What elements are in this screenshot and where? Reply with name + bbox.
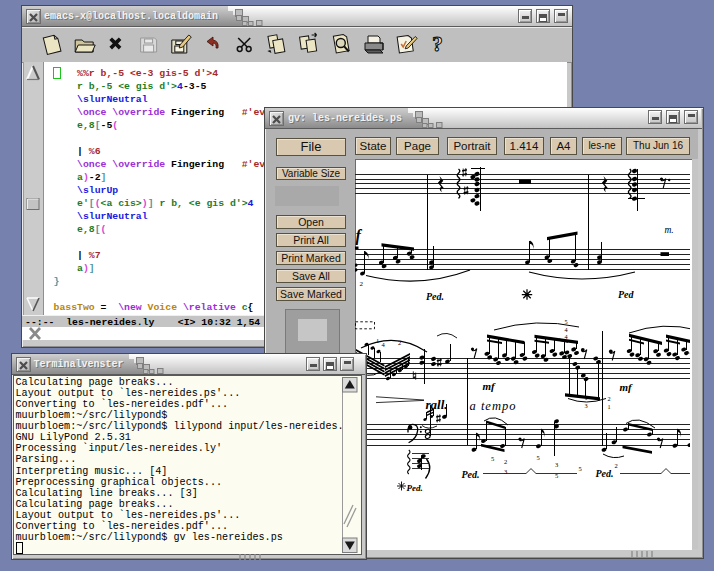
svg-text:Ped.: Ped. <box>596 468 614 479</box>
svg-text:f: f <box>356 227 363 245</box>
svg-text:1: 1 <box>585 394 588 401</box>
svg-text:mf: mf <box>483 380 497 392</box>
svg-text:4: 4 <box>565 326 568 333</box>
svg-text:Ped.: Ped. <box>426 291 444 302</box>
svg-text:a tempo: a tempo <box>470 399 517 413</box>
svg-text:?: ? <box>432 32 443 56</box>
svg-text:4: 4 <box>565 333 568 340</box>
svg-text:3: 3 <box>504 468 507 475</box>
svg-text:2: 2 <box>360 280 364 288</box>
svg-text:5: 5 <box>537 454 540 461</box>
svg-text:m.: m. <box>665 225 674 235</box>
svg-text:mf: mf <box>620 381 634 393</box>
svg-text:2: 2 <box>504 458 507 465</box>
svg-text:3: 3 <box>585 402 588 409</box>
svg-text:2: 2 <box>608 395 611 402</box>
svg-text:3: 3 <box>555 461 558 468</box>
svg-text:2: 2 <box>615 462 618 469</box>
svg-text:1: 1 <box>608 403 611 410</box>
svg-text:2: 2 <box>398 339 401 346</box>
svg-text:5: 5 <box>491 455 494 462</box>
svg-text:Ped: Ped <box>618 289 635 300</box>
svg-text:rall.: rall. <box>426 397 448 412</box>
svg-text:5: 5 <box>555 472 558 479</box>
svg-text:Ped.: Ped. <box>407 483 423 493</box>
svg-text:5: 5 <box>565 318 568 325</box>
svg-text:Ped.: Ped. <box>462 469 480 480</box>
svg-text:5: 5 <box>579 465 582 472</box>
